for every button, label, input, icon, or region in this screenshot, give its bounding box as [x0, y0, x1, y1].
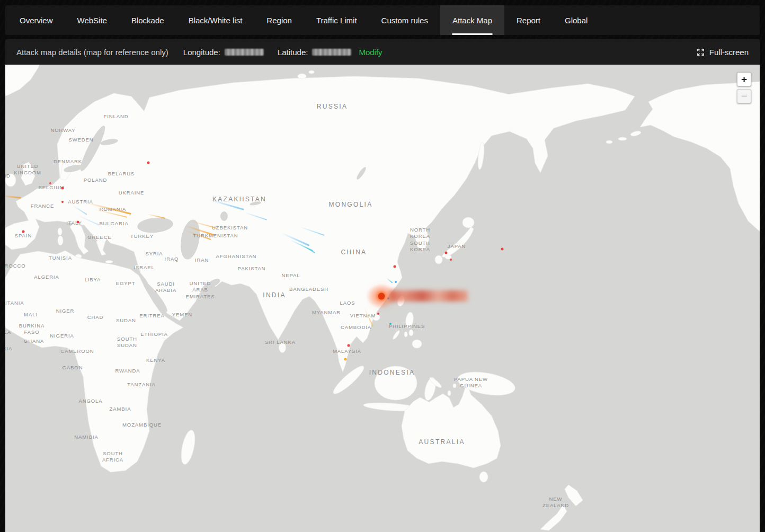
attack-trail — [77, 215, 100, 226]
map-label-ireland: IRELAND — [5, 173, 11, 179]
tab-global[interactable]: Global — [553, 5, 600, 35]
tab-overview[interactable]: Overview — [7, 5, 65, 35]
map-label-greece: GREECE — [87, 234, 112, 241]
map-label-china: CHINA — [341, 249, 367, 257]
map-label-afghanistan: AFGHANISTAN — [216, 253, 257, 260]
map-label-south-sudan: SOUTH SUDAN — [117, 336, 137, 349]
map-label-namibia: NAMIBIA — [74, 434, 98, 440]
attack-trail — [386, 278, 393, 283]
map-label-cameroon: CAMEROON — [60, 348, 94, 354]
tab-attack-map[interactable]: Attack Map — [440, 5, 504, 35]
map-label-mozambique: MOZAMBIQUE — [122, 422, 162, 428]
map-toolbar: Attack map details (map for reference on… — [5, 39, 760, 65]
map-label-denmark: DENMARK — [54, 158, 82, 165]
map-label-poland: POLAND — [84, 177, 107, 183]
attack-source-dot — [22, 230, 25, 233]
zoom-in-button[interactable]: + — [737, 72, 751, 86]
attack-trail — [364, 308, 373, 327]
longitude-value-redacted — [225, 49, 264, 56]
map-label-burkina-faso: BURKINA FASO — [19, 323, 45, 336]
tab-website[interactable]: WebSite — [65, 5, 119, 35]
attack-source-dot — [377, 313, 379, 315]
tab-black-white-list[interactable]: Black/White list — [176, 5, 255, 35]
map-label-finland: FINLAND — [104, 113, 129, 120]
attack-trail — [303, 245, 315, 253]
map-label-ukraine: UKRAINE — [119, 190, 145, 196]
map-label-gabon: GABON — [63, 365, 83, 371]
latitude-field: Latitude: — [278, 48, 352, 57]
attack-source-dot — [49, 182, 51, 184]
fullscreen-button[interactable]: Full-screen — [697, 48, 749, 57]
tab-custom-rules[interactable]: Custom rules — [369, 5, 440, 35]
attack-source-dot — [344, 358, 347, 361]
attack-trail — [5, 195, 21, 199]
map-label-indonesia: INDONESIA — [369, 369, 415, 377]
zoom-controls: + − — [737, 72, 751, 103]
map-label-japan: JAPAN — [448, 243, 466, 250]
map-label-libya: LIBYA — [85, 277, 101, 283]
attack-source-dot — [501, 248, 504, 251]
tab-blockade[interactable]: Blockade — [119, 5, 176, 35]
attack-point — [378, 293, 385, 300]
map-label-malaysia: MALAYSIA — [333, 348, 361, 354]
map-label-sweden: SWEDEN — [68, 137, 93, 143]
attack-source-dot — [450, 259, 452, 261]
attack-trail — [300, 226, 325, 236]
map-label-france: FRANCE — [31, 203, 54, 209]
map-label-vietnam: VIETNAM — [350, 313, 376, 319]
attack-label-redacted — [389, 290, 468, 302]
map-label-italy: ITALY — [66, 220, 82, 226]
map-label-papua-new-guinea: PAPUA NEW GUINEA — [454, 376, 488, 389]
map-label-south-africa: SOUTH AFRICA — [102, 450, 123, 464]
map-label-tanzania: TANZANIA — [127, 382, 155, 388]
attack-source-dot — [445, 252, 448, 254]
map-label-spain: SPAIN — [15, 233, 32, 239]
map-label-russia: RUSSIA — [317, 103, 348, 111]
map-label-bulgaria: BULGARIA — [99, 220, 128, 227]
map-label-australia: AUSTRALIA — [419, 438, 465, 447]
attack-source-dot — [77, 221, 79, 224]
map-label-sudan: SUDAN — [116, 317, 136, 324]
map-label-south-korea: SOUTH KOREA — [410, 240, 430, 253]
map-label-mauritania: MAURITANIA — [5, 300, 24, 306]
tab-region[interactable]: Region — [254, 5, 304, 35]
zoom-out-button[interactable]: − — [737, 89, 751, 103]
page: { "nav": { "tabs": [ {"label": "Overview… — [0, 0, 765, 532]
attack-source-dot — [348, 344, 350, 347]
tab-report[interactable]: Report — [504, 5, 553, 35]
map-label-eritrea: ERITREA — [139, 313, 164, 319]
map-label-egypt: EGYPT — [116, 280, 136, 287]
longitude-field: Longitude: — [183, 48, 264, 57]
map-label-angola: ANGOLA — [79, 398, 103, 404]
map-label-mali: MALI — [24, 312, 38, 318]
attack-source-dot — [394, 265, 396, 268]
latitude-value-redacted — [312, 49, 351, 56]
map-label-morocco: MOROCCO — [5, 263, 25, 269]
map-label-india: INDIA — [263, 291, 286, 300]
map-label-yemen: YEMEN — [172, 312, 192, 318]
attack-trail — [94, 209, 127, 218]
map-label-ghana: GHANA — [24, 338, 44, 344]
map-label-united-kingdom: UNITED KINGDOM — [14, 163, 41, 176]
map-label-united-arab-emirates: UNITED ARAB EMIRATES — [185, 280, 215, 300]
attack-source-dot — [61, 187, 64, 190]
map-label-nepal: NEPAL — [282, 272, 300, 279]
map-label-israel: ISRAEL — [134, 264, 154, 271]
attack-trail — [73, 205, 87, 215]
map-label-ethiopia: ETHIOPIA — [140, 331, 168, 338]
attack-source-dot — [61, 201, 64, 203]
attack-source-dot — [395, 281, 397, 283]
map-label-laos: LAOS — [340, 300, 355, 306]
map-label-niger: NIGER — [56, 308, 75, 314]
attack-map[interactable]: RUSSIAFINLANDNORWAYSWEDENDENMARKUNITED K… — [5, 65, 760, 532]
map-label-mongolia: MONGOLIA — [328, 201, 372, 209]
longitude-label: Longitude: — [183, 48, 220, 57]
tab-traffic-limit[interactable]: Traffic Limit — [304, 5, 369, 35]
attack-trail — [147, 214, 165, 219]
map-label-iraq: IRAQ — [165, 256, 179, 262]
attack-source-dot — [147, 162, 150, 164]
modify-link[interactable]: Modify — [359, 48, 382, 57]
map-label-liberia: LIBERIA — [5, 345, 12, 352]
map-label-new-zealand: NEW ZEALAND — [542, 496, 569, 509]
map-label-belgium: BELGIUM — [38, 184, 64, 191]
